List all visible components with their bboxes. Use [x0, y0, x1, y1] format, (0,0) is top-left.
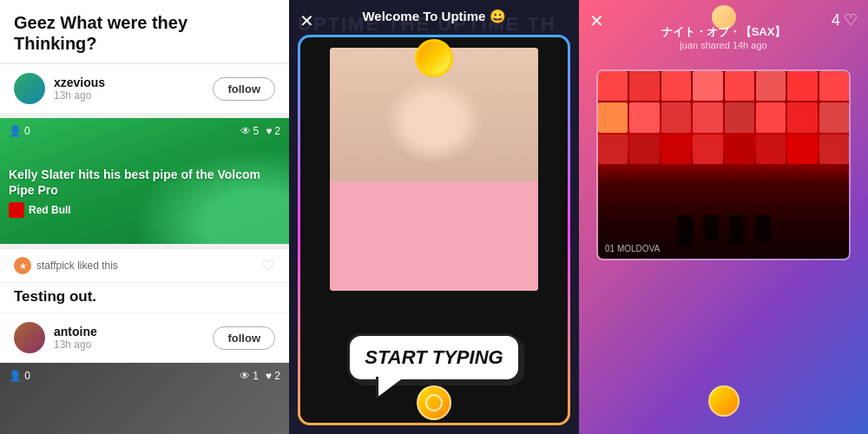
card-title: Kelly Slater hits his best pipe of the V… — [9, 167, 280, 198]
user1-time: 13h ago — [54, 89, 213, 102]
card-stats-left: 👤 0 — [9, 125, 30, 137]
redbull-logo — [9, 202, 24, 218]
person-face — [330, 48, 538, 291]
like-count: 2 — [274, 125, 280, 137]
typing-bubble: START TYPING — [347, 333, 521, 382]
feed-title-line2: Thinking? — [14, 34, 97, 53]
music-subtitle: juan shared 14h ago — [579, 40, 868, 50]
person-icon: 👤 — [9, 125, 22, 137]
bottom-card-stat-right: 👁 1 ♥ 2 — [240, 370, 280, 382]
feed-title-line1: Geez What were they — [14, 13, 187, 32]
uptime-header: Welcome To Uptime 😀 — [289, 9, 579, 24]
user1-row: xzevious 13h ago follow — [0, 64, 289, 113]
concert-label: 01 MOLDOVA — [605, 244, 660, 253]
card-viewers: 👤 0 — [9, 125, 30, 137]
typing-text: START TYPING — [364, 346, 504, 369]
user1-avatar — [14, 73, 45, 104]
user1-follow-button[interactable]: follow — [213, 77, 275, 101]
like-row: ★ staffpick liked this ♡ — [0, 249, 289, 283]
testing-text: Testing out. — [0, 283, 289, 312]
feed-header: Geez What were they Thinking? — [0, 0, 289, 63]
viewer-count: 0 — [24, 125, 30, 137]
uptime-logo-inner — [425, 394, 443, 411]
bottom-eye: 👁 1 — [240, 370, 259, 382]
user1-info: xzevious 13h ago — [54, 76, 213, 102]
like-left: ★ staffpick liked this — [14, 257, 118, 274]
user2-name: antoine — [54, 325, 213, 339]
stage-figure — [729, 215, 745, 246]
eye-count: 5 — [253, 125, 260, 137]
concert-bg: 01 MOLDOVA — [598, 71, 849, 259]
concert-performers — [674, 215, 773, 246]
user2-follow-button[interactable]: follow — [213, 326, 275, 350]
card-stats-right: 👁 5 ♥ 2 — [240, 125, 281, 137]
feed-bottom-card: 👤 0 👁 1 ♥ 2 — [0, 363, 289, 434]
staffpick-text: staffpick liked this — [36, 260, 118, 272]
music-panel: ✕ 4 ♡ ナイト・オブ・【SAX】 juan shared 14h ago — [579, 0, 868, 434]
card-eye: 👁 5 — [240, 125, 260, 137]
feed-title: Geez What were they Thinking? — [14, 12, 275, 54]
feed-card-wave: 👤 0 👁 5 ♥ 2 Kelly Slater hits his best p… — [0, 118, 289, 244]
stage-figure — [677, 215, 693, 246]
bottom-likes: ♥ 2 — [266, 370, 280, 382]
user2-avatar — [14, 322, 45, 353]
staffpick-icon: ★ — [14, 257, 31, 274]
bottom-viewers: 👤 0 — [9, 370, 30, 382]
source-name: Red Bull — [29, 204, 71, 216]
heart-icon: ♥ — [266, 125, 272, 137]
card-text: Kelly Slater hits his best pipe of the V… — [9, 167, 280, 218]
user1-name: xzevious — [54, 76, 213, 89]
user2-time: 13h ago — [54, 339, 213, 351]
uptime-host-avatar — [415, 39, 453, 77]
person-shirt — [330, 181, 538, 291]
card-likes: ♥ 2 — [266, 125, 280, 137]
heart-button[interactable]: ♡ — [261, 256, 275, 275]
bottom-card-stats: 👤 0 — [0, 370, 39, 382]
user2-info: antoine 13h ago — [54, 325, 213, 351]
stage-figure — [755, 215, 771, 241]
user2-row: antoine 13h ago follow — [0, 313, 289, 362]
music-title: ナイト・オブ・【SAX】 — [579, 24, 868, 40]
stage-figure — [703, 215, 719, 240]
feed-panel: Geez What were they Thinking? xzevious 1… — [0, 0, 289, 434]
uptime-person-video — [330, 48, 538, 291]
card-source: Red Bull — [9, 202, 280, 218]
concert-lights — [598, 71, 849, 184]
eye-icon: 👁 — [240, 125, 251, 137]
uptime-logo — [417, 385, 451, 420]
uptime-panel: UPTIME THE UPTIME THE UPTIME THE UPTIME … — [289, 0, 579, 434]
music-video-frame: 01 MOLDOVA — [596, 69, 851, 260]
music-bottom-logo — [708, 385, 740, 417]
